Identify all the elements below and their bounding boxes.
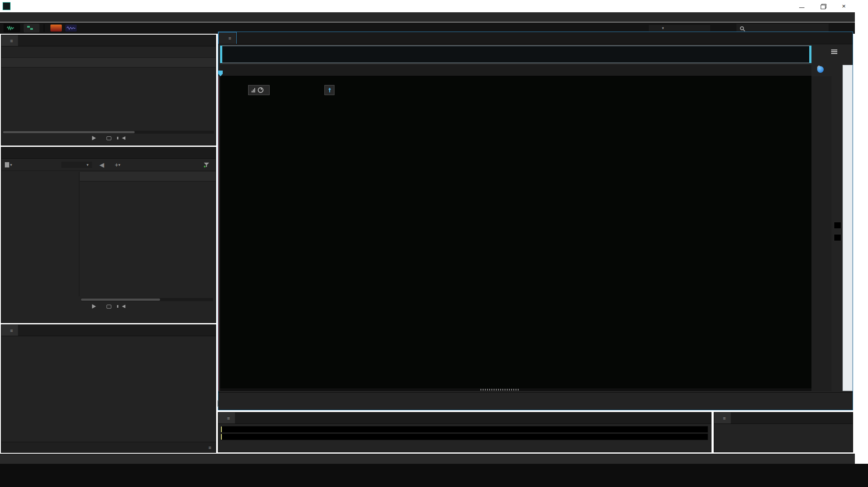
preview-loop-button[interactable]	[107, 305, 111, 309]
explorer-list	[80, 172, 216, 296]
hud-meter-icon	[252, 88, 255, 92]
history-tabbar: ≡	[1, 325, 216, 336]
content-dropdown[interactable]: ▾	[61, 162, 92, 168]
history-panel: ≡ ≡	[1, 324, 216, 453]
search-icon	[740, 26, 744, 30]
preview-autoplay-button[interactable]	[122, 136, 125, 140]
horizontal-scrollbar[interactable]	[220, 388, 811, 391]
tab-mixer[interactable]	[237, 32, 253, 44]
meter-right	[221, 434, 708, 440]
back-arrow-icon[interactable]: ◀	[97, 161, 106, 169]
globe-icon[interactable]	[817, 66, 824, 73]
hud-knob-icon[interactable]	[258, 87, 263, 93]
desktop-margin	[855, 0, 868, 464]
window-controls: ×	[799, 0, 851, 12]
overview-navigator[interactable]	[220, 46, 811, 63]
preview-play-button[interactable]	[92, 136, 96, 140]
multitrack-view-button[interactable]	[24, 24, 39, 32]
multitrack-icon	[27, 26, 33, 30]
panel-menu-icon[interactable]: ≡	[10, 328, 13, 333]
db-scale	[811, 76, 832, 391]
explorer-panel: ▾ ▾ ◀ +▾	[1, 147, 216, 323]
explorer-toolbar: ▾ ▾ ◀ +▾	[1, 159, 216, 171]
panel-menu-icon[interactable]: ≡	[228, 36, 231, 41]
overview-waveform	[221, 46, 811, 63]
chevron-down-icon: ▾	[87, 163, 89, 167]
help-search-box[interactable]	[736, 24, 829, 32]
chevron-down-icon: ▾	[662, 26, 664, 30]
explorer-hscrollbar[interactable]	[81, 298, 213, 301]
channel-badge-left[interactable]	[834, 222, 841, 229]
filter-icon[interactable]	[203, 162, 210, 167]
workspace-dropdown[interactable]: ▾	[649, 25, 710, 31]
preview-autoplay-button[interactable]	[122, 305, 125, 308]
hud-pin-button[interactable]	[324, 85, 334, 95]
explorer-tree	[1, 172, 79, 296]
screen: × ▾	[0, 0, 868, 487]
history-status-row: ≡	[1, 442, 216, 452]
meter-left	[221, 426, 708, 433]
preview-loop-button[interactable]	[107, 136, 111, 140]
overview-left-handle[interactable]	[220, 46, 222, 63]
app-logo-icon	[3, 2, 11, 10]
panel-menu-icon[interactable]: ≡	[209, 445, 211, 450]
waveform-view-button[interactable]	[4, 24, 20, 32]
close-button[interactable]: ×	[841, 3, 847, 9]
files-tabbar: ≡	[1, 35, 216, 46]
preview-play-button[interactable]	[92, 304, 96, 309]
vertical-scrollbar[interactable]	[843, 65, 853, 391]
waveform-icon	[7, 26, 14, 30]
add-shortcut-icon[interactable]: +▾	[113, 161, 122, 169]
files-toolbar	[1, 46, 216, 58]
panel-menu-icon[interactable]: ≡	[723, 416, 726, 421]
editor-panel: ≡	[218, 32, 853, 410]
explorer-table-header	[80, 172, 216, 181]
windows-taskbar	[0, 464, 868, 487]
tab-favorites[interactable]	[18, 35, 28, 46]
explorer-preview-transport	[1, 304, 216, 309]
spectral-display-button[interactable]	[50, 25, 62, 32]
title-bar: ×	[0, 0, 855, 12]
tab-editor[interactable]: ≡	[218, 32, 237, 44]
layout-grid-icon[interactable]	[831, 50, 837, 54]
toolbar-divider	[44, 24, 44, 32]
tab-history[interactable]: ≡	[1, 325, 18, 336]
pin-icon	[327, 88, 332, 93]
timeline-ruler[interactable]	[220, 65, 811, 76]
channel-badge-right[interactable]	[834, 234, 841, 241]
selection-grid	[714, 424, 853, 430]
files-hscrollbar[interactable]	[3, 131, 214, 134]
playhead-line[interactable]	[218, 76, 219, 391]
selection-view-panel: ≡	[714, 412, 853, 452]
selection-tabbar: ≡	[714, 412, 853, 424]
files-preview-transport	[1, 136, 216, 140]
tab-video[interactable]	[18, 325, 28, 336]
explorer-tabbar	[1, 147, 216, 159]
workspace-selector: ▾	[645, 25, 710, 31]
overview-right-handle[interactable]	[809, 46, 811, 63]
status-bar	[0, 454, 855, 464]
waveform-display-button[interactable]	[65, 25, 77, 32]
tab-files[interactable]: ≡	[1, 35, 18, 46]
editor-tabbar: ≡	[218, 32, 853, 44]
mini-waveform-icon	[67, 26, 75, 30]
meter-scale	[221, 442, 708, 450]
maximize-button[interactable]	[820, 3, 826, 9]
levels-tabbar: ≡	[218, 412, 711, 424]
levels-panel: ≡	[218, 412, 711, 452]
panel-menu-icon[interactable]: ≡	[10, 38, 13, 43]
hud-gain-control[interactable]	[248, 85, 270, 95]
waveform-canvas	[220, 76, 811, 391]
tab-levels[interactable]: ≡	[218, 412, 235, 423]
minimize-button[interactable]	[799, 3, 805, 9]
tab-selection-view[interactable]: ≡	[714, 412, 731, 423]
files-table-header	[1, 58, 216, 68]
waveform-display[interactable]	[220, 76, 811, 391]
menu-bar	[0, 12, 855, 22]
transport-bar	[218, 392, 853, 410]
level-meters	[221, 426, 708, 441]
import-icon[interactable]: ▾	[5, 162, 12, 167]
panel-menu-icon[interactable]: ≡	[227, 416, 230, 421]
files-panel: ≡	[1, 35, 216, 146]
